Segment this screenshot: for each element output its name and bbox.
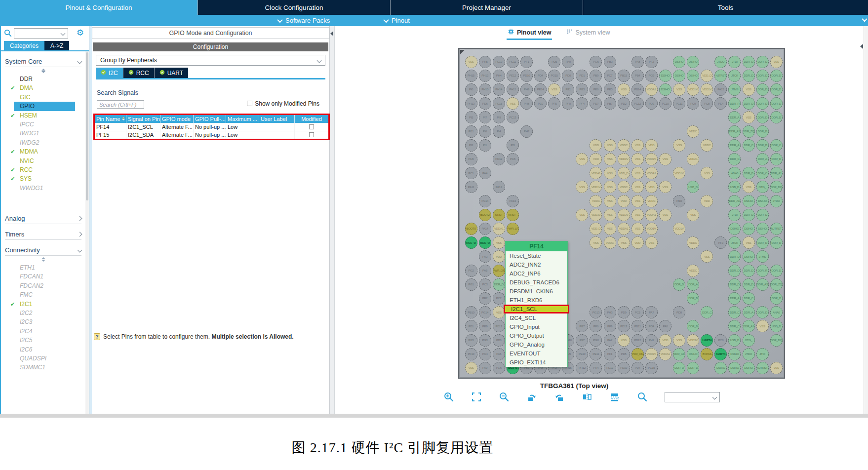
bga-ball[interactable]: PI7 xyxy=(479,111,491,123)
bga-ball[interactable]: VSS xyxy=(465,56,477,68)
bga-ball[interactable]: PB4 xyxy=(631,70,644,82)
bga-ball[interactable]: USB_D xyxy=(728,181,741,193)
bga-ball[interactable]: PF7 xyxy=(576,334,588,347)
bga-ball[interactable]: PF0 xyxy=(562,97,574,110)
panel-splitter[interactable] xyxy=(330,26,335,414)
bga-ball[interactable]: PH6 xyxy=(465,153,477,165)
bga-ball[interactable]: VSS xyxy=(631,209,644,221)
bga-ball[interactable]: PC3 xyxy=(479,278,491,291)
bga-ball[interactable]: NJTRST xyxy=(770,223,783,235)
bga-ball[interactable]: DDR_D xyxy=(756,306,769,318)
bga-ball[interactable]: PE14 xyxy=(534,83,547,96)
bga-ball[interactable]: VSS xyxy=(548,83,560,96)
bga-ball[interactable]: VSS xyxy=(618,334,630,347)
bga-ball[interactable]: DDR_C xyxy=(743,139,755,152)
bga-ball[interactable]: VDD3V xyxy=(645,153,658,165)
bga-ball[interactable]: DDR_D xyxy=(673,278,685,291)
bga-ball[interactable]: PG5 xyxy=(465,334,477,347)
bga-ball[interactable]: VSS xyxy=(507,97,519,110)
bga-ball[interactable]: PD8 xyxy=(673,306,685,318)
sidebar-item-i2c1[interactable]: ✔I2C1 xyxy=(1,300,85,309)
bga-ball[interactable]: PE12 xyxy=(604,362,616,374)
pin-signal-option-gpio-analog[interactable]: GPIO_Analog xyxy=(506,340,567,349)
sidebar-item-gic[interactable]: GIC xyxy=(1,93,85,102)
bga-ball[interactable]: VSS xyxy=(465,362,477,374)
bga-ball[interactable]: PF6 xyxy=(590,320,602,332)
bga-ball[interactable]: VSS xyxy=(631,181,644,193)
bga-ball[interactable]: PD13 xyxy=(618,320,630,332)
sidebar-tab-categories[interactable]: Categories xyxy=(4,41,44,50)
peripheral-tab-uart[interactable]: UART xyxy=(154,68,188,78)
bga-ball[interactable]: DSIHO xyxy=(743,223,755,235)
bga-ball[interactable]: USB_D xyxy=(687,181,699,193)
bga-ball[interactable]: PF9 xyxy=(604,320,616,332)
bga-ball[interactable]: PA5 xyxy=(479,265,491,277)
bga-ball[interactable]: VDD xyxy=(590,153,602,165)
group-by-select[interactable]: Group By Peripherals xyxy=(96,55,325,66)
bga-ball[interactable]: PC5 xyxy=(631,306,644,318)
bga-ball[interactable]: PD9 xyxy=(618,306,630,318)
bga-ball[interactable]: USB_D xyxy=(770,320,783,332)
show-only-modified-toggle[interactable]: Show only Modified Pins xyxy=(247,100,319,107)
sidebar-item-nvic[interactable]: NVIC xyxy=(1,157,85,165)
bga-ball[interactable]: PD5 xyxy=(618,348,630,360)
bga-ball[interactable]: PD2 xyxy=(618,97,630,110)
sidebar-item-i2c5[interactable]: I2C5 xyxy=(1,336,85,345)
bga-ball[interactable]: PC11 xyxy=(673,97,685,110)
bga-ball[interactable]: VDDA1 xyxy=(645,83,658,96)
bga-ball[interactable]: PE0 xyxy=(534,97,547,110)
bga-ball[interactable]: DDR_B xyxy=(770,292,783,305)
sidebar-item-i2c4[interactable]: I2C4 xyxy=(1,327,85,336)
bga-ball[interactable]: DDR_R xyxy=(756,265,769,277)
bga-ball[interactable]: DSIHO xyxy=(743,250,755,263)
bga-ball[interactable]: PH13 xyxy=(465,97,477,110)
bga-ball[interactable]: PD0 xyxy=(562,70,574,82)
column-header-gpio-mode[interactable]: GPIO mode xyxy=(160,115,194,123)
scrollbar-thumb[interactable] xyxy=(86,52,88,200)
sidebar-item-sys[interactable]: ✔SYS xyxy=(1,174,85,183)
bga-ball[interactable]: NJTRST xyxy=(714,70,727,82)
bga-ball[interactable]: DSIHO xyxy=(659,83,671,96)
sidebar-item-gpio[interactable]: GPIO xyxy=(14,102,75,111)
bga-ball[interactable]: PH3 xyxy=(604,306,616,318)
bga-ball[interactable]: DDR_D xyxy=(743,265,755,277)
bga-ball[interactable]: PG2 xyxy=(465,265,477,277)
rotate-counterclockwise-button[interactable] xyxy=(554,392,565,402)
bga-ball[interactable]: VDDA1 xyxy=(493,223,505,235)
bga-ball[interactable]: PD4 xyxy=(631,362,644,374)
bga-ball[interactable]: PA7 xyxy=(645,306,658,318)
bga-ball[interactable]: PH2 xyxy=(645,334,658,347)
bga-ball[interactable]: VDD3V xyxy=(618,153,630,165)
bga-ball[interactable]: VSS xyxy=(631,153,644,165)
bga-ball[interactable]: PD10 xyxy=(520,70,533,82)
bga-ball[interactable]: VSS xyxy=(631,167,644,179)
tab-tools[interactable]: Tools xyxy=(583,0,868,15)
bga-ball[interactable]: PC4 xyxy=(479,348,491,360)
bga-ball[interactable]: VDD3V xyxy=(618,209,630,221)
bga-ball[interactable]: PI1 xyxy=(479,139,491,152)
bga-ball[interactable]: PC14 xyxy=(479,195,491,207)
flip-view-button[interactable] xyxy=(582,392,592,402)
bga-ball[interactable]: OTG_ xyxy=(743,334,755,347)
bga-ball[interactable]: DDR_A xyxy=(756,153,769,165)
bga-ball[interactable]: PG14 xyxy=(479,306,491,318)
bga-ball[interactable]: VDD xyxy=(618,195,630,207)
bga-ball[interactable]: PF5 xyxy=(548,97,560,110)
bga-ball[interactable]: VSS xyxy=(604,153,616,165)
bga-ball[interactable]: VDDC xyxy=(618,181,630,193)
bga-ball[interactable]: DDR_A xyxy=(728,111,741,123)
bga-ball[interactable]: PG3 xyxy=(479,334,491,347)
bga-ball[interactable]: DSIHO xyxy=(687,56,699,68)
bga-ball[interactable]: VDDC xyxy=(687,125,699,138)
bga-ball[interactable]: VDDC xyxy=(590,195,602,207)
bga-ball[interactable]: PH12 xyxy=(479,70,491,82)
sidebar-item-i2c6[interactable]: I2C6 xyxy=(1,345,85,354)
bga-ball[interactable]: VDD3V xyxy=(645,348,658,360)
bga-ball[interactable]: OTG_ xyxy=(756,181,769,193)
bga-ball[interactable]: VSS xyxy=(673,334,685,347)
bga-ball[interactable]: PA9 xyxy=(562,56,574,68)
bga-ball[interactable]: DDR_B xyxy=(687,320,699,332)
bga-ball[interactable]: VDD1V xyxy=(645,223,658,235)
bga-ball[interactable]: PC0 xyxy=(714,334,727,347)
sidebar-item-dma[interactable]: ✔DMA xyxy=(1,83,85,92)
